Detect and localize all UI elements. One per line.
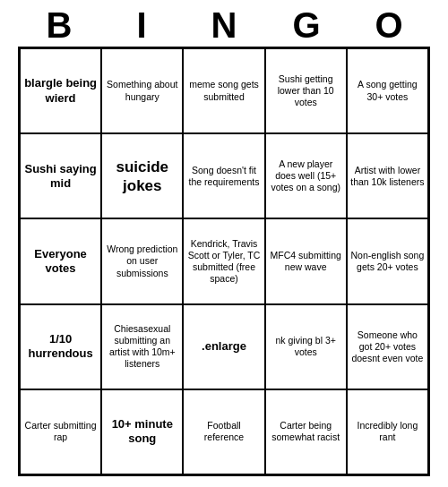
bingo-cell[interactable]: 10+ minute song <box>101 389 183 474</box>
bingo-cell[interactable]: Carter being somewhat racist <box>265 389 347 474</box>
bingo-cell[interactable]: .enlarge <box>183 304 264 389</box>
bingo-cell[interactable]: Artist with lower than 10k listeners <box>347 133 428 218</box>
bingo-header: BINGO <box>18 0 430 47</box>
bingo-cell[interactable]: 1/10 hurrendous <box>20 304 101 389</box>
bingo-letter: B <box>20 7 99 43</box>
bingo-cell[interactable]: Someone who got 20+ votes doesnt even vo… <box>347 304 428 389</box>
bingo-grid: blargle being wierdSomething about hunga… <box>18 47 430 476</box>
bingo-cell[interactable]: MFC4 submitting new wave <box>265 218 347 303</box>
bingo-cell[interactable]: nk giving bl 3+ votes <box>265 304 347 389</box>
bingo-cell[interactable]: Sushi saying mid <box>20 133 101 218</box>
bingo-cell[interactable]: meme song gets submitted <box>183 48 264 133</box>
bingo-cell[interactable]: Chiesasexual submitting an artist with 1… <box>101 304 183 389</box>
bingo-cell[interactable]: Non-english song gets 20+ votes <box>347 218 428 303</box>
bingo-cell[interactable]: A song getting 30+ votes <box>347 48 428 133</box>
bingo-cell[interactable]: Football reference <box>183 389 264 474</box>
bingo-letter: O <box>349 7 428 43</box>
bingo-cell[interactable]: blargle being wierd <box>20 48 101 133</box>
bingo-letter: N <box>185 7 263 43</box>
bingo-cell[interactable]: Sushi getting lower than 10 votes <box>265 48 347 133</box>
bingo-cell[interactable]: A new player does well (15+ votes on a s… <box>265 133 347 218</box>
bingo-letter: G <box>267 7 346 43</box>
bingo-cell[interactable]: Carter submitting rap <box>20 389 101 474</box>
bingo-cell[interactable]: Something about hungary <box>101 48 183 133</box>
bingo-cell[interactable]: Kendrick, Travis Scott or Tyler, TC subm… <box>183 218 264 303</box>
bingo-cell[interactable]: Wrong prediction on user submissions <box>101 218 183 303</box>
bingo-cell[interactable]: suicide jokes <box>101 133 183 218</box>
bingo-cell[interactable]: Song doesn't fit the requirements <box>183 133 264 218</box>
bingo-cell[interactable]: Everyone votes <box>20 218 101 303</box>
bingo-cell[interactable]: Incredibly long rant <box>347 389 428 474</box>
bingo-letter: I <box>102 7 181 43</box>
